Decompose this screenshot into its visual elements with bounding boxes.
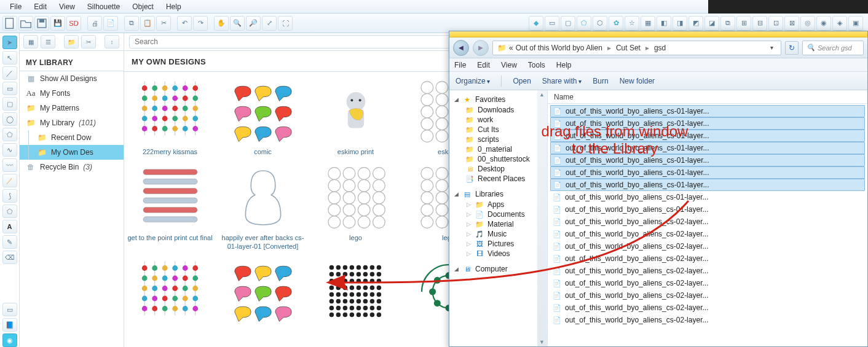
view-list-icon[interactable]: ☰ — [41, 35, 55, 49]
file-row[interactable]: 📄out_of_this_world_byo_aliens_cs-02-laye… — [550, 314, 865, 326]
tools-c-icon[interactable]: ◨ — [673, 16, 687, 31]
file-row[interactable]: 📄out_of_this_world_byo_aliens_cs-02-laye… — [550, 265, 865, 277]
fit-icon[interactable]: ⛶ — [278, 16, 293, 31]
file-row[interactable]: 📄out_of_this_world_byo_aliens_cs-01-laye… — [550, 203, 865, 216]
curve-tool-icon[interactable]: ∿ — [2, 143, 17, 157]
expand-icon[interactable]: ▷ — [465, 251, 471, 257]
navtree-item[interactable]: 📑Recent Places — [452, 174, 545, 184]
burn-button[interactable]: Burn — [593, 77, 608, 85]
refresh-button[interactable]: ↻ — [785, 41, 799, 55]
line-tool-icon[interactable]: ／ — [2, 66, 17, 80]
menu-silhouette[interactable]: Silhouette — [81, 1, 126, 12]
menu-file[interactable]: File — [4, 1, 28, 12]
exp-menu-tools[interactable]: Tools — [528, 61, 545, 69]
exp-menu-view[interactable]: View — [501, 61, 517, 69]
file-row[interactable]: 📄out_of_this_world_byo_aliens_cs-01-laye… — [550, 142, 865, 154]
navtree-item[interactable]: ▷🖼Pictures — [452, 239, 545, 249]
address-bar[interactable]: 📁 « Out of this World byo Alien▸ Cut Set… — [492, 41, 781, 55]
navtree-item[interactable]: ▷📁Apps — [452, 200, 545, 209]
navtree-item[interactable]: ▷📄Documents — [452, 209, 545, 219]
navtree-item[interactable]: 📁00_shutterstock — [452, 154, 545, 164]
edit-points-tool-icon[interactable]: ↖ — [2, 51, 17, 64]
organize-button[interactable]: Organize — [456, 77, 490, 85]
select-tool-icon[interactable]: ➤ — [2, 36, 17, 49]
file-list[interactable]: 📄out_of_this_world_byo_aliens_cs-01-laye… — [548, 104, 867, 346]
file-row[interactable]: 📄out_of_this_world_byo_aliens_cs-02-laye… — [550, 289, 865, 302]
folder-add-icon[interactable]: 📁 — [64, 35, 79, 49]
design-card[interactable] — [125, 255, 215, 333]
file-row[interactable]: 📄out_of_this_world_byo_aliens_cs-01-laye… — [550, 179, 865, 191]
explorer-window[interactable]: ◄ ► 📁 « Out of this World byo Alien▸ Cut… — [449, 31, 868, 347]
cut-icon[interactable]: ✂ — [156, 16, 171, 31]
explorer-titlebar[interactable] — [449, 31, 867, 37]
design-card[interactable]: 222merry kissmas — [125, 76, 215, 162]
exp-menu-help[interactable]: Help — [556, 61, 572, 69]
tools-j-icon[interactable]: ⊠ — [784, 16, 799, 31]
freehand-tool-icon[interactable]: 〰 — [2, 158, 17, 172]
library-icon[interactable]: ◉ — [2, 333, 17, 347]
expand-icon[interactable]: ▷ — [465, 211, 471, 217]
rect-tool-icon[interactable]: ▭ — [2, 82, 17, 95]
exp-menu-file[interactable]: File — [454, 61, 466, 69]
undo-icon[interactable]: ↶ — [177, 16, 192, 31]
tools-m-icon[interactable]: ◈ — [832, 16, 847, 31]
library-tree-item[interactable]: 📁My Patterns — [20, 101, 124, 115]
addr-dropdown-icon[interactable]: ▾ — [766, 44, 777, 51]
save-icon[interactable] — [34, 16, 49, 31]
file-row[interactable]: 📄out_of_this_world_byo_aliens_cs-02-laye… — [550, 216, 865, 228]
column-header-name[interactable]: Name — [548, 90, 867, 104]
file-row[interactable]: 📄out_of_this_world_byo_aliens_cs-02-laye… — [550, 277, 865, 289]
menu-help[interactable]: Help — [160, 1, 187, 12]
design-card[interactable]: get to the point print cut final — [125, 162, 215, 256]
arc-tool-icon[interactable]: ⟆ — [2, 189, 17, 203]
navtree-item[interactable]: 🖥Desktop — [452, 164, 545, 174]
view-grid-icon[interactable]: ▦ — [23, 35, 38, 49]
tools-l-icon[interactable]: ◉ — [816, 16, 831, 31]
rrect-tool-icon[interactable]: ▢ — [2, 97, 17, 111]
tree-libraries[interactable]: Libraries — [475, 190, 503, 198]
eraser-tool-icon[interactable]: ⌫ — [2, 251, 17, 264]
new-icon[interactable] — [2, 16, 17, 31]
tools-g-icon[interactable]: ⊞ — [736, 16, 751, 31]
zoom-drag-icon[interactable]: ⤢ — [262, 16, 277, 31]
open-icon[interactable] — [18, 16, 33, 31]
file-row[interactable]: 📄out_of_this_world_byo_aliens_cs-01-laye… — [550, 105, 865, 117]
explorer-menubar[interactable]: File Edit View Tools Help — [449, 58, 867, 72]
tree-favorites[interactable]: Favorites — [475, 95, 505, 104]
forward-button[interactable]: ► — [473, 40, 489, 56]
shape5-tool-icon[interactable]: ⬠ — [2, 205, 17, 218]
zoom-in-icon[interactable]: 🔍 — [230, 16, 245, 31]
sort-icon[interactable]: ↕ — [105, 35, 119, 49]
navtree-item[interactable]: 📁0_material — [452, 144, 545, 154]
library-tree-item[interactable]: ▦Show All Designs — [20, 71, 124, 86]
file-row[interactable]: 📄out_of_this_world_byo_aliens_cs-02-laye… — [550, 228, 865, 240]
text-tool-icon[interactable]: A — [2, 220, 17, 233]
navtree-item[interactable]: ▷📁Material — [452, 219, 545, 229]
library-tree-item[interactable]: 📁Recent Dow — [20, 130, 124, 145]
tools-e-icon[interactable]: ◪ — [704, 16, 719, 31]
file-row[interactable]: 📄out_of_this_world_byo_aliens_cs-01-laye… — [550, 191, 865, 203]
back-button[interactable]: ◄ — [453, 40, 469, 56]
explorer-navtree[interactable]: ◢★Favorites 📁Downloads📁work📁Cut Its📁scri… — [449, 90, 548, 346]
zoom-out-icon[interactable]: 🔎 — [246, 16, 261, 31]
tools-k-icon[interactable]: ◎ — [800, 16, 815, 31]
file-row[interactable]: 📄out_of_this_world_byo_aliens_cs-01-laye… — [550, 154, 865, 166]
tree-computer[interactable]: Computer — [475, 265, 508, 273]
file-row[interactable]: 📄out_of_this_world_byo_aliens_cs-02-laye… — [550, 240, 865, 252]
paste-icon[interactable]: 📋 — [140, 16, 155, 31]
navtree-item[interactable]: 📁scripts — [452, 135, 545, 144]
menu-edit[interactable]: Edit — [28, 1, 53, 12]
library-tree-item[interactable]: 🗑Recycle Bin (3) — [20, 160, 124, 174]
pan-icon[interactable]: ✋ — [214, 16, 229, 31]
menu-view[interactable]: View — [53, 1, 81, 12]
file-row[interactable]: 📄out_of_this_world_byo_aliens_cs-02-laye… — [550, 302, 865, 314]
polygon-tool-icon[interactable]: ⬠ — [2, 128, 17, 141]
explorer-search-input[interactable]: 🔍 Search gsd — [802, 41, 864, 55]
ellipse-tool-icon[interactable]: ◯ — [2, 112, 17, 126]
library-tree-item[interactable]: 📁My Own Des — [20, 145, 124, 160]
library-tree-item[interactable]: 📁My Library (101) — [20, 115, 124, 130]
breadcrumb-0[interactable]: Out of this World byo Alien — [516, 44, 602, 52]
design-card[interactable]: happily ever after backs cs-01-layer-01 … — [218, 162, 307, 256]
navtree-item[interactable]: ▷🎵Music — [452, 229, 545, 239]
expand-icon[interactable]: ▷ — [465, 231, 471, 237]
